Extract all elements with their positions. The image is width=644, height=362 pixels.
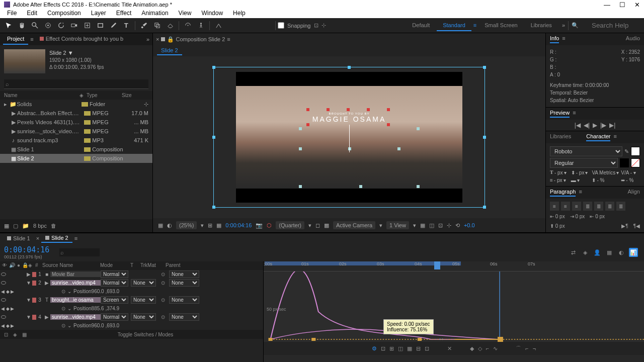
project-item[interactable]: ▶Pexels Videos 4631(1).mp4MPEG... MB xyxy=(0,118,152,127)
menu-animation[interactable]: Animation xyxy=(136,9,173,18)
tab-menu-2[interactable]: ≡ xyxy=(72,235,79,241)
fill-color-swatch[interactable] xyxy=(631,147,640,156)
puppet-tool[interactable] xyxy=(195,20,206,31)
snapping-checkbox[interactable] xyxy=(278,22,284,29)
space-before-field[interactable]: ⬆ 0 px xyxy=(550,222,565,230)
comp-subtab[interactable]: Slide 2 xyxy=(157,46,182,55)
libraries-tab[interactable]: Libraries xyxy=(550,133,571,141)
snap-icon1[interactable]: ⊡ xyxy=(314,22,318,29)
col-size[interactable]: Size xyxy=(122,93,147,98)
composition-tab[interactable]: 🔒 Composition Slide 2 xyxy=(159,36,225,43)
align-left-button[interactable]: ≡ xyxy=(550,202,559,211)
separate-dim-icon[interactable]: ✕ xyxy=(447,345,452,352)
indent-left-field[interactable]: ⇤ 0 px xyxy=(550,213,565,220)
comp-tab-menu[interactable]: ≡ xyxy=(225,36,232,42)
project-item[interactable]: ▸📁SolidsFolder⊹ xyxy=(0,100,152,109)
timeline-timecode[interactable]: 0:00:04:16 xyxy=(4,245,49,254)
bpc-button[interactable]: 8 bpc xyxy=(33,223,47,229)
info-menu[interactable]: ≡ xyxy=(559,35,568,43)
zoom-dd-icon[interactable]: ▾ xyxy=(201,222,204,229)
ease-out-icon[interactable]: ¬ xyxy=(533,345,536,351)
res-icon[interactable]: ⊞ xyxy=(208,222,212,229)
brush-tool[interactable] xyxy=(138,20,149,31)
graph-opt5[interactable]: ⊟ xyxy=(416,345,421,352)
stroke-width-field[interactable]: ≡ - px ▾ xyxy=(550,177,569,183)
convert-linear-icon[interactable]: ⌐ xyxy=(486,345,489,351)
convert-hold-icon[interactable]: ◇ xyxy=(478,345,482,352)
project-tab-menu[interactable]: ≡ xyxy=(28,36,35,42)
effect-controls-tab[interactable]: Effect Controls brought to you b xyxy=(36,34,128,45)
panel-overflow[interactable]: » xyxy=(146,36,149,42)
menu-edit[interactable]: Edit xyxy=(22,9,42,18)
eyedropper-icon[interactable]: ✎ xyxy=(624,148,629,155)
font-family-dropdown[interactable]: Roboto xyxy=(550,146,622,156)
tab-close-1[interactable]: × xyxy=(34,235,41,241)
roto-tool[interactable] xyxy=(182,20,193,31)
justify-all-button[interactable]: ≣ xyxy=(616,202,625,211)
col-t[interactable]: T xyxy=(128,262,138,269)
exposure-value[interactable]: +0.0 xyxy=(464,222,475,228)
tl-toggle-icon1[interactable]: ⊡ xyxy=(4,332,8,337)
timeline-search[interactable] xyxy=(59,248,100,256)
time-ruler[interactable]: :00s 01s 02s 03s 04s 05s 06s 07s xyxy=(264,261,644,272)
col-mode[interactable]: Mode xyxy=(98,262,128,269)
graph-editor-icon[interactable]: 📊 xyxy=(629,248,638,257)
local-axis-tool[interactable] xyxy=(213,20,224,31)
transparency-icon[interactable]: ▩ xyxy=(324,222,329,229)
timeline-layer[interactable]: ▼ 2 ▶ sunrise...video.mp4 Normal None ⊙ … xyxy=(0,279,263,287)
easy-ease-icon[interactable]: ⌒ xyxy=(516,345,521,352)
menu-composition[interactable]: Composition xyxy=(42,9,86,18)
timeline-property[interactable]: ◀ ◆ ▶⊙⌄Position885.6 ,374.9 xyxy=(0,304,263,313)
col-parent[interactable]: Parent xyxy=(164,262,199,269)
workspace-menu-icon[interactable]: ≡ xyxy=(472,20,477,31)
grid-icon[interactable]: ▦ xyxy=(216,222,221,229)
next-frame-button[interactable]: |▶ xyxy=(600,122,606,129)
delete-button[interactable]: 🗑 xyxy=(51,223,56,229)
col-source-name[interactable]: Source Name xyxy=(40,262,98,269)
edit-kf-icon[interactable]: ◆ xyxy=(470,345,474,352)
mag-icon[interactable]: ▦ xyxy=(158,222,163,229)
view-icon1[interactable]: ▦ xyxy=(420,222,425,229)
col-number[interactable]: # xyxy=(33,262,40,269)
stroke-color-swatch[interactable] xyxy=(620,158,629,167)
timeline-layer[interactable]: ▶ 1 ■ Movie Bar Normal ⊙ None xyxy=(0,270,263,279)
composition-viewer[interactable]: BROUGHT TO YOU BY MAGGIE OSAMA xyxy=(153,56,545,218)
col-name[interactable]: Name xyxy=(4,93,79,98)
tl-toggle-icon3[interactable]: ▦ xyxy=(22,332,27,337)
shy-icon[interactable]: 👤 xyxy=(593,248,602,257)
timeline-layer[interactable]: ▼ 4 ▶ sunrise...video.mp4 Normal None ⊙ … xyxy=(0,313,263,321)
project-tab[interactable]: Project xyxy=(3,34,28,45)
pan-behind-tool[interactable] xyxy=(82,20,93,31)
graph-opt3[interactable]: ◫ xyxy=(398,345,403,352)
font-size-field[interactable]: 𝐓 - px ▾ xyxy=(550,169,569,175)
justify-left-button[interactable]: ≣ xyxy=(583,202,592,211)
view-dd-icon[interactable]: ▾ xyxy=(413,222,416,229)
orbit-tool[interactable] xyxy=(42,20,53,31)
justify-center-button[interactable]: ≣ xyxy=(594,202,603,211)
comp-info-name[interactable]: Slide 2 ▼ xyxy=(49,49,104,57)
project-search-input[interactable] xyxy=(4,79,148,89)
roi-icon[interactable]: ◻ xyxy=(315,222,320,229)
timeline-layer[interactable]: ▼ 3 T brought...ie osama Screen None ⊙ N… xyxy=(0,296,263,304)
col-trkmat[interactable]: TrkMat xyxy=(138,262,164,269)
ltr-button[interactable]: ▶¶ xyxy=(621,222,628,230)
workspace-libraries[interactable]: Libraries xyxy=(525,20,558,31)
hand-tool[interactable] xyxy=(16,20,27,31)
workspace-standard[interactable]: Standard xyxy=(437,20,471,31)
view-icon2[interactable]: ◫ xyxy=(429,222,434,229)
exposure-reset-icon[interactable]: ⟲ xyxy=(455,222,460,229)
horiz-scale-field[interactable]: ⬌ - % xyxy=(621,177,640,183)
workspace-small-screen[interactable]: Small Screen xyxy=(478,20,523,31)
quality-dropdown[interactable]: (Quarter) xyxy=(276,221,304,229)
frame-blend-icon[interactable]: ▦ xyxy=(605,248,614,257)
indent-first-field[interactable]: ⇥ 0 px xyxy=(570,213,585,220)
graph-editor[interactable]: :00s 01s 02s 03s 04s 05s 06s 07s 50 px/s… xyxy=(264,261,644,362)
selection-tool[interactable] xyxy=(3,20,14,31)
project-item[interactable]: ♪sound track.mp3MP3471 K xyxy=(0,136,152,145)
alpha-icon[interactable]: ◐ xyxy=(167,222,172,229)
search-help-input[interactable] xyxy=(587,20,642,31)
workspace-overflow[interactable]: » xyxy=(559,20,568,31)
ease-in-icon[interactable]: ⌐ xyxy=(525,345,528,351)
info-tab[interactable]: Info xyxy=(550,35,559,43)
zoom-tool[interactable] xyxy=(29,20,40,31)
